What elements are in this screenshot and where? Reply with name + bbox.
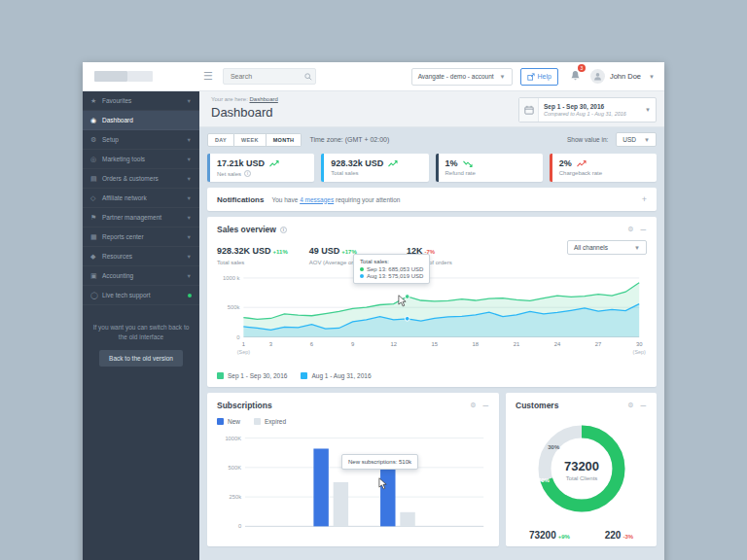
collapse-icon[interactable]: − xyxy=(639,225,647,234)
sidebar-item-resources[interactable]: ◆Resources▼ xyxy=(83,247,199,266)
svg-text:18: 18 xyxy=(473,341,480,347)
kpi-card-net-sales: 17.21k USDNet sales i xyxy=(207,154,314,182)
collapse-icon[interactable]: − xyxy=(639,401,647,410)
channel-select[interactable]: All channels▼ xyxy=(567,240,647,255)
kpi-card-refund-rate: 1%Refund rate xyxy=(436,154,543,182)
svg-text:30%: 30% xyxy=(548,444,560,450)
kpi-label: Chargeback rate xyxy=(559,170,650,176)
svg-text:0: 0 xyxy=(236,334,240,340)
search-input[interactable] xyxy=(229,72,304,81)
chevron-down-icon: ▼ xyxy=(644,137,650,143)
subscriptions-chart: 1000K500K250k0 New subscriptions: 510k xyxy=(207,427,499,540)
reports-icon: ▦ xyxy=(90,233,102,241)
sidebar-item-accounting[interactable]: ▣Accounting▼ xyxy=(83,266,199,286)
breadcrumb-link[interactable]: Dashboard xyxy=(249,96,277,102)
sales-area-chart[interactable]: 1000 k500k01(Sep)36912151821242730(Sep) xyxy=(217,269,647,367)
back-to-old-version-button[interactable]: Back to the old version xyxy=(99,350,183,367)
chevron-down-icon: ▼ xyxy=(187,176,192,182)
account-selector-value: Avangate - demo - account xyxy=(418,73,494,80)
svg-text:30: 30 xyxy=(636,341,643,347)
svg-text:27: 27 xyxy=(595,341,602,347)
day-button[interactable]: DAY xyxy=(207,133,234,147)
notification-badge: 3 xyxy=(578,64,586,72)
kpi-row: 17.21k USDNet sales i928.32k USDTotal sa… xyxy=(199,152,664,182)
legend-item[interactable]: New xyxy=(217,418,240,425)
user-icon xyxy=(593,72,602,81)
sidebar-item-setup[interactable]: ⚙Setup▼ xyxy=(83,130,199,150)
gear-icon[interactable]: ⚙ xyxy=(627,402,633,409)
chevron-down-icon: ▼ xyxy=(187,215,192,221)
external-link-icon xyxy=(527,73,535,81)
subscriptions-bar-chart[interactable]: 1000K500K250k0 xyxy=(217,427,489,536)
account-selector[interactable]: Avangate - demo - account ▼ xyxy=(411,68,513,86)
avatar[interactable] xyxy=(590,69,605,84)
breadcrumb-prefix: Your are here: xyxy=(211,96,248,102)
svg-text:Total Clients: Total Clients xyxy=(565,475,597,481)
sidebar-item-favourites[interactable]: ★Favourites▼ xyxy=(83,91,199,111)
sidebar-item-live-tech-support[interactable]: ◯Live tech support xyxy=(83,286,199,305)
svg-text:15: 15 xyxy=(431,341,438,347)
content-area: Your are here: Dashboard Dashboard Sep 1… xyxy=(199,91,664,560)
sidebar-item-dashboard[interactable]: ◉Dashboard xyxy=(83,111,199,130)
marketing-icon: ◎ xyxy=(90,156,102,163)
info-icon[interactable]: i xyxy=(244,170,251,177)
currency-select[interactable]: USD ▼ xyxy=(616,132,657,147)
app-logo xyxy=(83,71,199,82)
affiliate-icon: ◇ xyxy=(90,194,102,202)
chevron-down-icon: ▼ xyxy=(187,137,192,143)
help-button[interactable]: Help xyxy=(520,68,558,86)
messages-link[interactable]: 4 messages xyxy=(300,196,334,203)
chart-tooltip: Total sales: Sep 13: 685,053 USDAug 13: … xyxy=(353,254,430,284)
hamburger-menu-icon[interactable]: ☰ xyxy=(203,71,213,82)
customers-donut-chart: 70%30%73200Total Clients xyxy=(506,414,657,519)
sidebar-item-partner-management[interactable]: ⚑Partner management▼ xyxy=(83,208,199,228)
customers-card: Customers ⚙ − 70%30%73200Total Clients 7… xyxy=(506,393,657,546)
search-box[interactable] xyxy=(223,68,316,85)
subscriptions-title: Subscriptions xyxy=(217,401,272,410)
switch-back-note: If you want you can switch back to the o… xyxy=(83,323,199,342)
svg-text:(Sep): (Sep) xyxy=(633,349,646,355)
sidebar-item-reports-center[interactable]: ▦Reports center▼ xyxy=(83,228,199,247)
accounting-icon: ▣ xyxy=(90,272,102,280)
dashboard-icon: ◉ xyxy=(90,117,102,124)
chevron-down-icon: ▼ xyxy=(634,245,640,251)
user-menu-chevron-icon[interactable]: ▼ xyxy=(649,74,655,80)
kpi-label: Refund rate xyxy=(445,170,536,176)
info-icon[interactable]: i xyxy=(280,227,287,233)
mouse-cursor-icon xyxy=(378,477,387,490)
donut-chart[interactable]: 70%30%73200Total Clients xyxy=(531,418,632,519)
sidebar-item-affiliate-network[interactable]: ◇Affiliate network▼ xyxy=(83,189,199,208)
notifications-text: You have 4 messages requiring your atten… xyxy=(271,196,633,203)
customers-title: Customers xyxy=(516,401,558,410)
chevron-down-icon: ▼ xyxy=(645,107,651,113)
page-header: Your are here: Dashboard Dashboard Sep 1… xyxy=(199,91,664,127)
top-bar: ☰ Avangate - demo - account ▼ Help 3 Joh… xyxy=(83,62,664,91)
svg-text:500K: 500K xyxy=(229,465,242,471)
sales-stat: 928.32K USD+11%Total sales xyxy=(217,240,288,265)
sidebar: ★Favourites▼◉Dashboard⚙Setup▼◎Marketing … xyxy=(83,91,199,560)
sidebar-item-marketing-tools[interactable]: ◎Marketing tools▼ xyxy=(83,150,199,169)
gear-icon[interactable]: ⚙ xyxy=(627,226,633,233)
period-toolbar: DAY WEEK MONTH Time zone: (GMT + 02:00) … xyxy=(199,127,664,152)
help-button-label: Help xyxy=(538,73,551,80)
date-range-picker[interactable]: Sep 1 - Sep 30, 2016 Compared to Aug 1 -… xyxy=(518,97,657,122)
month-button[interactable]: MONTH xyxy=(267,133,302,147)
orders-icon: ▤ xyxy=(90,175,102,183)
trend-down-icon xyxy=(462,159,474,168)
legend-item[interactable]: Expired xyxy=(254,418,286,425)
expand-plus-icon[interactable]: + xyxy=(642,194,647,204)
legend-item[interactable]: Sep 1 - Sep 30, 2016 xyxy=(217,372,287,379)
legend-item[interactable]: Aug 1 - Aug 31, 2016 xyxy=(301,372,371,379)
week-button[interactable]: WEEK xyxy=(234,133,267,147)
collapse-icon[interactable]: − xyxy=(481,401,489,410)
sidebar-item-orders-customers[interactable]: ▤Orders & customers▼ xyxy=(83,169,199,189)
gear-icon[interactable]: ⚙ xyxy=(470,402,476,409)
kpi-value: 1% xyxy=(445,158,536,168)
sales-stats-row: 928.32K USD+11%Total sales49 USD+17%AOV … xyxy=(207,238,657,269)
notifications-bell[interactable]: 3 xyxy=(570,68,581,86)
chevron-down-icon: ▼ xyxy=(187,234,192,240)
chevron-down-icon: ▼ xyxy=(187,254,192,260)
kpi-label: Total sales xyxy=(331,170,421,176)
chevron-down-icon: ▼ xyxy=(500,74,506,80)
kpi-value: 17.21k USD xyxy=(217,158,307,168)
